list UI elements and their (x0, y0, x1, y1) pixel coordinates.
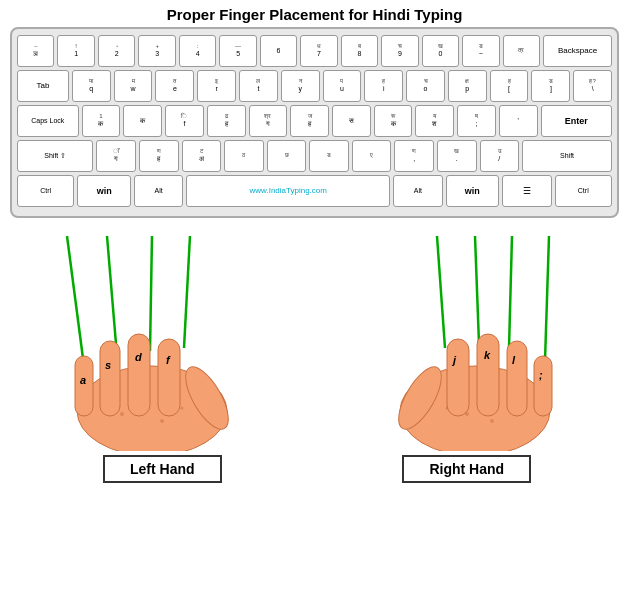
key-h[interactable]: जह (290, 105, 329, 137)
svg-rect-8 (158, 339, 180, 416)
key-j[interactable]: स (332, 105, 371, 137)
key-4[interactable]: :4 (179, 35, 216, 67)
keyboard-row-4: Shift ⇧ ॉग णह टअ ठ छ ड ए ण, ख. उ/ Shift (17, 140, 612, 172)
key-g[interactable]: श्रग (249, 105, 288, 137)
svg-rect-21 (534, 356, 552, 416)
key-x[interactable]: णह (139, 140, 179, 172)
key-win-left[interactable]: win (77, 175, 130, 207)
svg-point-12 (181, 407, 184, 410)
key-period[interactable]: ख. (437, 140, 477, 172)
key-backslash[interactable]: ह?\ (573, 70, 612, 102)
key-slash[interactable]: उ/ (480, 140, 520, 172)
svg-line-15 (509, 236, 512, 348)
svg-rect-20 (507, 341, 527, 416)
svg-point-24 (490, 419, 494, 423)
key-u[interactable]: पu (323, 70, 362, 102)
key-r[interactable]: इr (197, 70, 236, 102)
key-alt-left[interactable]: Alt (134, 175, 184, 207)
key-equal[interactable]: त्र (503, 35, 540, 67)
right-hand-section: j k l ; Right Hand (327, 236, 607, 483)
keyboard-row-1: ~ञ !1 ॰2 +3 :4 —5 6 ध7 ब8 च9 ख0 (17, 35, 612, 67)
key-k[interactable]: रूक (374, 105, 413, 137)
key-1[interactable]: !1 (57, 35, 94, 67)
key-9[interactable]: च9 (381, 35, 418, 67)
key-e[interactable]: तe (155, 70, 194, 102)
key-6[interactable]: 6 (260, 35, 297, 67)
key-w[interactable]: मw (114, 70, 153, 102)
key-q[interactable]: फq (72, 70, 111, 102)
page-title: Proper Finger Placement for Hindi Typing (0, 0, 629, 27)
svg-point-23 (465, 412, 469, 416)
key-3[interactable]: +3 (138, 35, 175, 67)
key-7[interactable]: ध7 (300, 35, 337, 67)
svg-rect-19 (477, 334, 499, 416)
key-shift-right[interactable]: Shift (522, 140, 612, 172)
key-enter[interactable]: Enter (541, 105, 612, 137)
key-semicolon[interactable]: ष; (457, 105, 496, 137)
key-alt-right[interactable]: Alt (393, 175, 443, 207)
key-ctrl-right[interactable]: Ctrl (555, 175, 612, 207)
key-b[interactable]: छ (267, 140, 307, 172)
left-finger-s: s (105, 359, 111, 371)
svg-line-3 (184, 236, 190, 348)
key-caps-lock[interactable]: Caps Lock (17, 105, 79, 137)
keyboard-row-3: Caps Lock 1क क िf ढह श्रग जह स रूक यश ष;… (17, 105, 612, 137)
website-label: www.IndiaTyping.com (250, 186, 327, 196)
left-finger-a: a (80, 374, 86, 386)
key-comma[interactable]: ण, (394, 140, 434, 172)
key-2[interactable]: ॰2 (98, 35, 135, 67)
key-l[interactable]: यश (415, 105, 454, 137)
left-hand-label: Left Hand (130, 461, 195, 477)
key-backtick[interactable]: ~ञ (17, 35, 54, 67)
key-p[interactable]: क्षp (448, 70, 487, 102)
key-t[interactable]: लt (239, 70, 278, 102)
key-c[interactable]: टअ (182, 140, 222, 172)
right-hand-svg: j k l ; (327, 236, 607, 451)
key-y[interactable]: नy (281, 70, 320, 102)
key-o[interactable]: चo (406, 70, 445, 102)
key-0[interactable]: ख0 (422, 35, 459, 67)
right-finger-semi: ; (539, 369, 543, 381)
svg-line-13 (437, 236, 445, 348)
svg-point-25 (445, 407, 448, 410)
keyboard-row-5: Ctrl win Alt www.IndiaTyping.com Alt win… (17, 175, 612, 207)
key-8[interactable]: ब8 (341, 35, 378, 67)
svg-line-2 (150, 236, 152, 351)
right-hand-label-box: Right Hand (402, 455, 531, 483)
keyboard-row-2: Tab फq मw तe इr लt नy पu हi चo क्षp ह[ ड… (17, 70, 612, 102)
key-tab[interactable]: Tab (17, 70, 69, 102)
svg-point-10 (120, 412, 124, 416)
key-win-right[interactable]: win (446, 175, 499, 207)
key-d[interactable]: िf (165, 105, 204, 137)
key-shift-left[interactable]: Shift ⇧ (17, 140, 93, 172)
key-lbracket[interactable]: ह[ (490, 70, 529, 102)
svg-point-11 (160, 419, 164, 423)
right-finger-k: k (484, 349, 491, 361)
key-minus[interactable]: ड− (462, 35, 499, 67)
left-hand-svg: a s d f (22, 236, 302, 451)
key-space[interactable]: www.IndiaTyping.com (186, 175, 390, 207)
left-hand-label-box: Left Hand (103, 455, 222, 483)
key-m[interactable]: ए (352, 140, 392, 172)
hands-section: a s d f Left Hand (10, 223, 619, 483)
key-ctrl-left[interactable]: Ctrl (17, 175, 74, 207)
key-s[interactable]: क (123, 105, 162, 137)
right-hand-label: Right Hand (429, 461, 504, 477)
key-quote[interactable]: ' (499, 105, 538, 137)
key-menu[interactable]: ☰ (502, 175, 552, 207)
key-a[interactable]: 1क (82, 105, 121, 137)
key-i[interactable]: हi (364, 70, 403, 102)
svg-rect-7 (128, 334, 150, 416)
left-hand-section: a s d f Left Hand (22, 236, 302, 483)
key-rbracket[interactable]: ड] (531, 70, 570, 102)
key-f[interactable]: ढह (207, 105, 246, 137)
key-backspace[interactable]: Backspace (543, 35, 612, 67)
svg-line-16 (545, 236, 549, 361)
key-v[interactable]: ठ (224, 140, 264, 172)
key-5[interactable]: —5 (219, 35, 256, 67)
key-z[interactable]: ॉग (96, 140, 136, 172)
svg-rect-6 (100, 341, 120, 416)
keyboard-container: ~ञ !1 ॰2 +3 :4 —5 6 ध7 ब8 च9 ख0 (10, 27, 619, 218)
svg-rect-18 (447, 339, 469, 416)
key-n[interactable]: ड (309, 140, 349, 172)
